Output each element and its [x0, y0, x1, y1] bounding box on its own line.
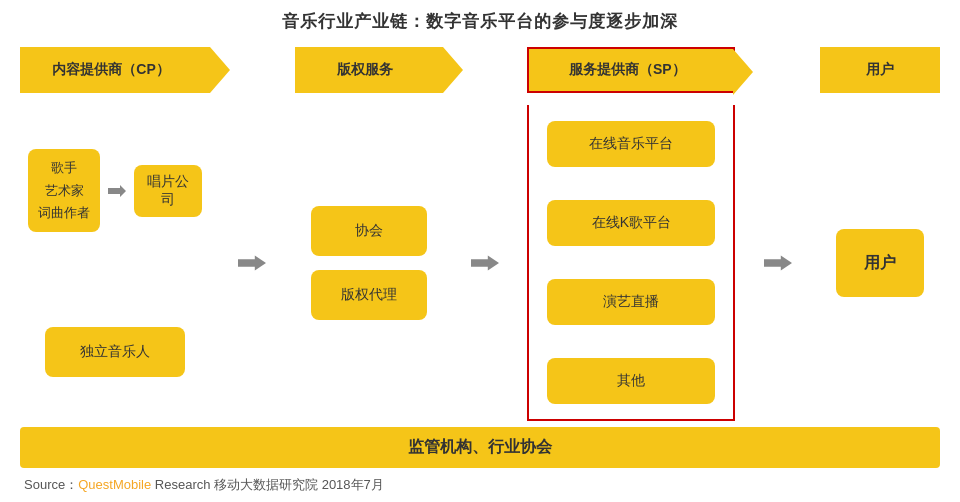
cp-top-group: 歌手艺术家词曲作者 唱片公司	[28, 149, 202, 231]
online-music-box: 在线音乐平台	[547, 121, 715, 167]
content-row: 歌手艺术家词曲作者 唱片公司 独立音乐人	[20, 105, 940, 421]
headers-row: 内容提供商（CP） 版权服务 服务提供商（SP） 用	[20, 47, 940, 93]
cp-header: 内容提供商（CP）	[20, 47, 210, 93]
live-box: 演艺直播	[547, 279, 715, 325]
sp-header: 服务提供商（SP）	[527, 47, 735, 93]
arrow-license-sp	[467, 105, 503, 421]
arrow-cp-license	[234, 105, 270, 421]
other-box: 其他	[547, 358, 715, 404]
source-line: Source：QuestMobile Research 移动大数据研究院 201…	[20, 476, 940, 494]
svg-marker-2	[471, 256, 499, 271]
svg-marker-3	[764, 256, 792, 271]
main-container: 音乐行业产业链：数字音乐平台的参与度逐步加深 内容提供商（CP） 版权服务	[0, 0, 960, 502]
sp-header-cell: 服务提供商（SP）	[527, 47, 735, 93]
regulation-bar: 监管机构、行业协会	[20, 427, 940, 468]
artist-box: 歌手艺术家词曲作者	[28, 149, 100, 231]
page-title: 音乐行业产业链：数字音乐平台的参与度逐步加深	[282, 10, 678, 33]
indie-box: 独立音乐人	[45, 327, 185, 377]
source-brand: QuestMobile	[78, 477, 151, 492]
user-box: 用户	[836, 229, 924, 297]
user-header: 用户	[820, 47, 940, 93]
user-header-cell: 用户	[820, 47, 940, 93]
license-header: 版权服务	[295, 47, 443, 93]
sp-content: 在线音乐平台 在线K歌平台 演艺直播 其他	[527, 105, 735, 421]
license-content: 协会 版权代理	[295, 105, 443, 421]
cp-header-cell: 内容提供商（CP）	[20, 47, 210, 93]
association-box: 协会	[311, 206, 427, 256]
karaoke-box: 在线K歌平台	[547, 200, 715, 246]
license-header-cell: 版权服务	[295, 47, 443, 93]
diagram: 内容提供商（CP） 版权服务 服务提供商（SP） 用	[20, 47, 940, 468]
cp-small-arrow	[108, 185, 126, 197]
agent-box: 版权代理	[311, 270, 427, 320]
svg-marker-0	[108, 185, 126, 197]
svg-marker-1	[238, 256, 266, 271]
cp-content: 歌手艺术家词曲作者 唱片公司 独立音乐人	[20, 105, 210, 421]
arrow-sp-user	[760, 105, 796, 421]
user-content: 用户	[820, 105, 940, 421]
record-box: 唱片公司	[134, 165, 202, 217]
